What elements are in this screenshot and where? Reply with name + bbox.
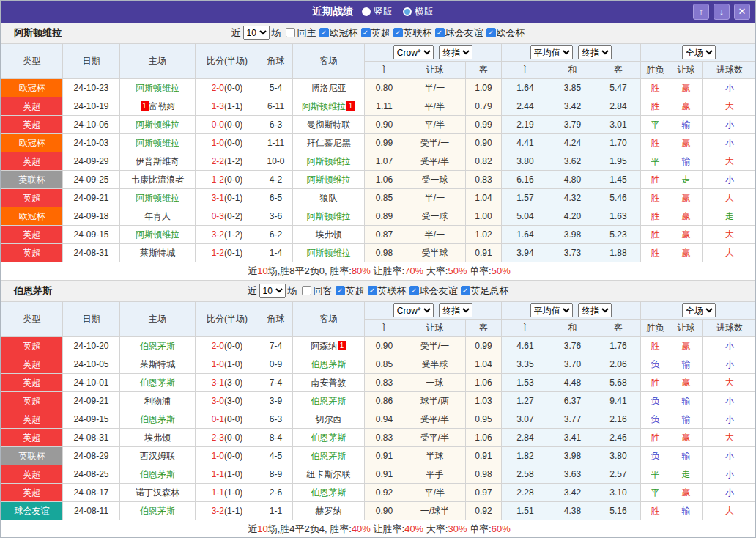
move-up-button[interactable]: ↑ (693, 4, 709, 20)
match-count-select[interactable]: 10 (259, 284, 286, 298)
away-team[interactable]: 阿斯顿维拉 (293, 207, 365, 226)
scope-select[interactable]: 全场 (682, 45, 716, 59)
home-team[interactable]: 伯恩茅斯 (120, 502, 196, 520)
league-filter-checkbox[interactable]: ✓欧会杯 (486, 26, 525, 40)
home-team-name: 伯恩茅斯 (140, 506, 175, 516)
league-filter-checkbox[interactable]: ✓英足总杯 (461, 284, 509, 298)
away-team[interactable]: 伯恩茅斯 (293, 429, 365, 447)
avg-home-odds: 4.61 (502, 337, 549, 355)
away-team[interactable]: 纽卡斯尔联 (293, 465, 365, 484)
handicap-line: 受平/半 (404, 152, 466, 171)
away-team[interactable]: 博洛尼亚 (293, 79, 365, 97)
league-filter-checkbox[interactable]: ✓英联杯 (368, 284, 407, 298)
away-team[interactable]: 拜仁慕尼黑 (293, 134, 365, 152)
away-team[interactable]: 阿斯顿维拉 (293, 171, 365, 189)
col-score: 比分(半场) (196, 302, 259, 337)
home-team[interactable]: 阿斯顿维拉 (120, 189, 196, 207)
col-odds-away: 客 (466, 62, 502, 79)
away-team[interactable]: 伯恩茅斯 (293, 392, 365, 410)
layout-radio-vertical[interactable]: 竖版 (362, 5, 393, 18)
home-team[interactable]: 伯恩茅斯 (120, 410, 196, 429)
home-team[interactable]: 伯恩茅斯 (120, 465, 196, 484)
col-odds-away: 客 (466, 320, 502, 337)
average-time-select[interactable]: 终指 (578, 45, 612, 59)
odds-time-select[interactable]: 终指 (439, 45, 472, 59)
home-team[interactable]: 伯恩茅斯 (120, 374, 196, 392)
home-team[interactable]: 阿斯顿维拉 (120, 134, 196, 152)
average-source-select[interactable]: 平均值 (530, 45, 573, 59)
league-filter-checkbox[interactable]: ✓英联杯 (393, 26, 432, 40)
league-filter-label: 球会友谊 (420, 284, 458, 298)
away-team[interactable]: 阿斯顿维拉1 (293, 97, 365, 116)
away-team[interactable]: 阿斯顿维拉 (293, 244, 365, 262)
avg-away-odds: 2.57 (596, 465, 641, 484)
home-team[interactable]: 伯恩茅斯 (120, 337, 196, 355)
home-team-name: 西汉姆联 (140, 451, 175, 461)
odds-company-select[interactable]: Crow* (393, 45, 434, 59)
match-date: 24-10-01 (63, 374, 120, 392)
away-team[interactable]: 伯恩茅斯 (293, 447, 365, 465)
league-filter-label: 英足总杯 (471, 284, 509, 298)
average-time-select[interactable]: 终指 (578, 303, 612, 317)
handicap-line: 受平/半 (404, 410, 466, 429)
avg-home-odds: 1.51 (502, 502, 549, 520)
home-team[interactable]: 伊普斯维奇 (120, 152, 196, 171)
result-text: 输 (682, 506, 691, 516)
scope-select[interactable]: 全场 (682, 303, 716, 317)
result-text: 胜 (651, 341, 660, 351)
home-team[interactable]: 阿斯顿维拉 (120, 116, 196, 134)
away-odds: 1.06 (466, 429, 502, 447)
away-team[interactable]: 狼队 (293, 189, 365, 207)
close-button[interactable]: ✕ (734, 4, 750, 20)
away-team[interactable]: 切尔西 (293, 410, 365, 429)
away-team[interactable]: 阿森纳1 (293, 337, 365, 355)
away-team[interactable]: 伯恩茅斯 (293, 484, 365, 502)
result-cell: 胜 (641, 337, 670, 355)
league-filter-checkbox[interactable]: ✓球会友谊 (410, 284, 458, 298)
odds-company-select[interactable]: Crow* (393, 303, 434, 317)
home-team[interactable]: 年青人 (120, 207, 196, 226)
away-team[interactable]: 曼彻斯特联 (293, 116, 365, 134)
home-team[interactable]: 1富勒姆 (120, 97, 196, 116)
checkbox-unchecked-icon[interactable] (302, 286, 311, 295)
move-down-button[interactable]: ↓ (714, 4, 730, 20)
checkbox-checked-icon: ✓ (486, 28, 496, 37)
league-filter-checkbox[interactable]: ✓欧冠杯 (319, 26, 358, 40)
handicap-line: 半/一 (404, 189, 466, 207)
away-odds: 0.90 (466, 134, 502, 152)
result-text: 胜 (651, 101, 660, 111)
away-team[interactable]: 伯恩茅斯 (293, 355, 365, 374)
home-team[interactable]: 莱斯特城 (120, 244, 196, 262)
home-team[interactable]: 利物浦 (120, 392, 196, 410)
away-odds: 1.04 (466, 355, 502, 374)
checkbox-unchecked-icon[interactable] (286, 28, 295, 37)
match-count-select[interactable]: 10 (243, 26, 270, 40)
away-odds: 1.03 (466, 392, 502, 410)
layout-radio-horizontal[interactable]: 横版 (403, 5, 434, 18)
away-team[interactable]: 赫罗纳 (293, 502, 365, 520)
league-badge: 英超 (1, 97, 63, 116)
home-team[interactable]: 西汉姆联 (120, 447, 196, 465)
home-team[interactable]: 莱斯特城 (120, 355, 196, 374)
col-avg-away: 客 (596, 320, 641, 337)
league-badge: 英超 (1, 337, 63, 355)
away-team[interactable]: 南安普敦 (293, 374, 365, 392)
average-source-select[interactable]: 平均值 (530, 303, 573, 317)
league-filter-label: 英超 (371, 26, 390, 40)
home-team[interactable]: 诺丁汉森林 (120, 484, 196, 502)
league-filter-checkbox[interactable]: ✓英超 (336, 284, 365, 298)
unit-label: 场 (288, 284, 297, 298)
home-team[interactable]: 阿斯顿维拉 (120, 79, 196, 97)
league-filter-checkbox[interactable]: ✓英超 (361, 26, 390, 40)
home-team[interactable]: 埃弗顿 (120, 429, 196, 447)
away-team[interactable]: 阿斯顿维拉 (293, 152, 365, 171)
odds-time-select[interactable]: 终指 (439, 303, 472, 317)
home-team[interactable]: 韦康比流浪者 (120, 171, 196, 189)
away-team[interactable]: 埃弗顿 (293, 226, 365, 244)
home-odds: 0.98 (365, 244, 404, 262)
score-halftime: 1-2(0-0) (196, 171, 259, 189)
league-filter-checkbox[interactable]: ✓球会友谊 (435, 26, 483, 40)
home-team[interactable]: 阿斯顿维拉 (120, 226, 196, 244)
result-text: 胜 (651, 138, 660, 148)
match-date: 24-09-29 (63, 152, 120, 171)
